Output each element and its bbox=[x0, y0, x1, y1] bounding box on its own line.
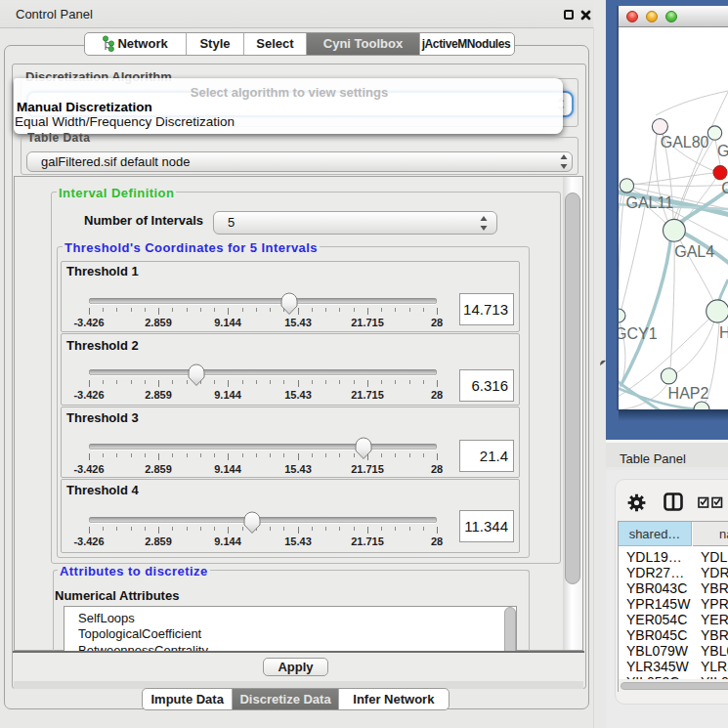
svg-text:GCY1: GCY1 bbox=[619, 325, 658, 342]
svg-text:HAP2: HAP2 bbox=[668, 385, 709, 402]
svg-text:HIS4: HIS4 bbox=[719, 324, 728, 341]
svg-text:CDC19: CDC19 bbox=[721, 180, 728, 196]
svg-text:GAL11: GAL11 bbox=[625, 194, 673, 211]
svg-text:GAL3: GAL3 bbox=[717, 143, 728, 159]
svg-text:GAL80: GAL80 bbox=[661, 134, 709, 150]
svg-text:GAL4: GAL4 bbox=[674, 243, 714, 260]
